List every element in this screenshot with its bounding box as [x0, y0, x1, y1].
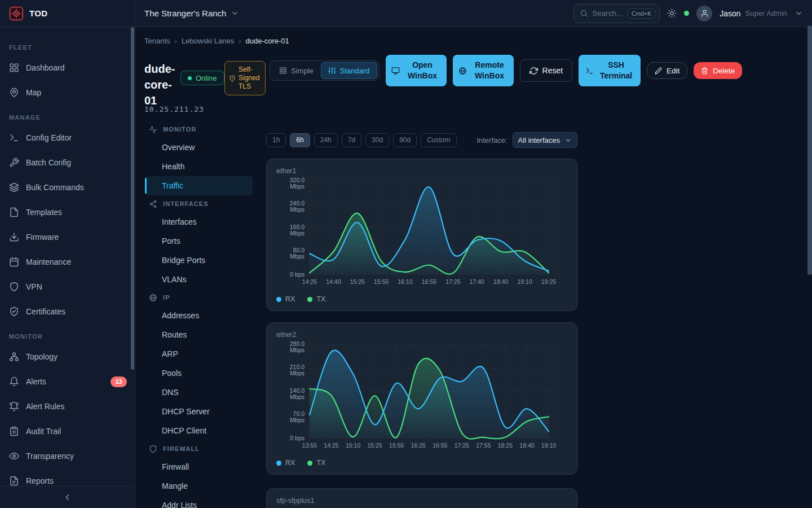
sidebar-item-alert-rules[interactable]: Alert Rules	[0, 394, 135, 419]
svg-text:18:25: 18:25	[498, 442, 513, 449]
grid-icon	[279, 67, 287, 75]
theme-toggle-button[interactable]	[667, 8, 677, 18]
sidebar-scrollbar-thumb[interactable]	[131, 27, 134, 370]
sidebar: TOD FLEETDashboardMapMANAGEConfig Editor…	[0, 0, 135, 508]
range-button-30d[interactable]: 30d	[365, 133, 389, 147]
svg-text:Mbps: Mbps	[290, 206, 304, 213]
reset-button[interactable]: Reset	[520, 59, 573, 82]
search-icon	[580, 9, 588, 17]
sidebar-item-config-editor[interactable]: Config Editor	[0, 125, 135, 150]
sun-icon	[667, 8, 677, 18]
app-screen: TOD FLEETDashboardMapMANAGEConfig Editor…	[0, 0, 812, 508]
range-button-custom[interactable]: Custom	[421, 133, 456, 147]
sidebar-item-label: VPN	[26, 282, 42, 291]
breadcrumb-item-tenants[interactable]: Tenants	[144, 37, 170, 45]
open-winbox-button[interactable]: Open WinBox	[386, 55, 447, 86]
legend-label: RX	[285, 295, 295, 303]
subnav-item-dns[interactable]: DNS	[145, 383, 253, 402]
subnav-item-addr-lists[interactable]: Addr Lists	[145, 496, 253, 508]
range-button-6h[interactable]: 6h	[290, 133, 310, 147]
range-button-24h[interactable]: 24h	[314, 133, 338, 147]
subnav-item-bridge-ports[interactable]: Bridge Ports	[145, 251, 253, 270]
status-badge: Online	[180, 71, 224, 85]
sidebar-item-firmware[interactable]: Firmware	[0, 225, 135, 249]
user-name: Jason	[720, 9, 740, 18]
edit-label: Edit	[667, 67, 679, 75]
edit-button[interactable]: Edit	[647, 62, 687, 79]
sidebar-item-map[interactable]: Map	[0, 80, 135, 105]
interface-select[interactable]: All interfaces	[513, 132, 577, 148]
main-scrollbar-thumb[interactable]	[807, 25, 812, 275]
subnav-item-ports[interactable]: Ports	[145, 231, 253, 251]
sidebar-item-templates[interactable]: Templates	[0, 200, 135, 225]
search-input[interactable]: Search... Cmd+K	[573, 4, 660, 23]
time-range-buttons: 1h6h24h7d30d90dCustom	[266, 133, 457, 147]
svg-text:16:55: 16:55	[422, 278, 436, 285]
subnav-item-mangle[interactable]: Mangle	[145, 476, 253, 496]
wrench-icon	[9, 157, 19, 168]
remote-winbox-button[interactable]: Remote WinBox	[453, 55, 514, 86]
breadcrumb: Tenants›Lebowski Lanes›dude-core-01	[144, 37, 289, 45]
sidebar-item-alerts[interactable]: Alerts13	[0, 369, 135, 394]
svg-text:19:25: 19:25	[541, 278, 556, 285]
subnav-item-pools[interactable]: Pools	[145, 364, 253, 383]
subnav-item-arp[interactable]: ARP	[145, 344, 253, 364]
sidebar-collapse-button[interactable]	[0, 486, 135, 508]
delete-button[interactable]: Delete	[694, 62, 742, 79]
view-mode-standard-button[interactable]: Standard	[321, 62, 377, 79]
subnav-item-traffic[interactable]: Traffic	[145, 176, 253, 195]
sidebar-item-audit-trail[interactable]: Audit Trail	[0, 419, 135, 444]
sidebar-item-label: Alert Rules	[26, 402, 64, 411]
topology-icon	[9, 352, 19, 362]
sidebar-item-batch-config[interactable]: Batch Config	[0, 150, 135, 175]
terminal-icon	[585, 67, 594, 75]
legend-item-rx: RX	[276, 459, 295, 467]
app-name: TOD	[29, 8, 48, 18]
chevron-down-icon	[231, 9, 239, 17]
chart-toolbar: 1h6h24h7d30d90dCustom Interface: All int…	[266, 132, 577, 148]
interface-filter: Interface: All interfaces	[476, 132, 577, 148]
sidebar-item-certificates[interactable]: Certificates	[0, 299, 135, 324]
range-button-7d[interactable]: 7d	[342, 133, 361, 147]
avatar[interactable]	[696, 6, 712, 21]
open-winbox-label: Open WinBox	[404, 60, 440, 81]
subnav-item-dhcp-server[interactable]: DHCP Server	[145, 402, 253, 421]
subnav-item-addresses[interactable]: Addresses	[145, 306, 253, 325]
svg-text:0 bps: 0 bps	[290, 271, 304, 278]
sidebar-item-transparency[interactable]: Transparency	[0, 444, 135, 468]
subnav-item-dhcp-client[interactable]: DHCP Client	[145, 421, 253, 440]
subnav-item-overview[interactable]: Overview	[145, 138, 253, 157]
device-actions: Simple Standard Open WinBox Remote WinBo…	[270, 55, 742, 86]
subnav-item-routes[interactable]: Routes	[145, 325, 253, 344]
subnav-item-firewall[interactable]: Firewall	[145, 457, 253, 476]
ssh-terminal-label: SSH Terminal	[598, 60, 634, 81]
subnav-item-vlans[interactable]: VLANs	[145, 270, 253, 289]
page-title: dude-core-01	[144, 61, 184, 108]
terminal-icon	[9, 133, 19, 143]
sidebar-item-reports[interactable]: Reports	[0, 468, 135, 487]
interface-select-value: All interfaces	[518, 136, 560, 144]
activity-icon	[149, 125, 157, 134]
sidebar-item-bulk-commands[interactable]: Bulk Commands	[0, 175, 135, 200]
sidebar-item-maintenance[interactable]: Maintenance	[0, 249, 135, 274]
user-menu-button[interactable]	[795, 9, 803, 17]
svg-text:16:55: 16:55	[433, 442, 447, 449]
remote-winbox-label: Remote WinBox	[471, 60, 508, 81]
tenant-selector[interactable]: The Stranger's Ranch	[144, 8, 239, 18]
range-button-90d[interactable]: 90d	[393, 133, 417, 147]
breadcrumb-item-lebowski-lanes[interactable]: Lebowski Lanes	[182, 37, 234, 45]
chevron-down-icon	[795, 9, 803, 17]
tls-warning-badge: Self-Signed TLS	[224, 61, 266, 95]
legend-label: RX	[285, 459, 295, 467]
subnav-item-health[interactable]: Health	[145, 157, 253, 176]
subnav-item-interfaces[interactable]: Interfaces	[145, 212, 253, 231]
sidebar-item-dashboard[interactable]: Dashboard	[0, 55, 135, 80]
sidebar-item-topology[interactable]: Topology	[0, 344, 135, 369]
view-mode-simple-button[interactable]: Simple	[272, 62, 321, 79]
ssh-terminal-button[interactable]: SSH Terminal	[579, 55, 641, 86]
svg-text:17:40: 17:40	[470, 278, 484, 285]
search-shortcut-badge: Cmd+K	[628, 8, 655, 19]
sidebar-item-vpn[interactable]: VPN	[0, 274, 135, 299]
sidebar-section-label-fleet: FLEET	[9, 44, 126, 51]
range-button-1h[interactable]: 1h	[266, 133, 286, 147]
